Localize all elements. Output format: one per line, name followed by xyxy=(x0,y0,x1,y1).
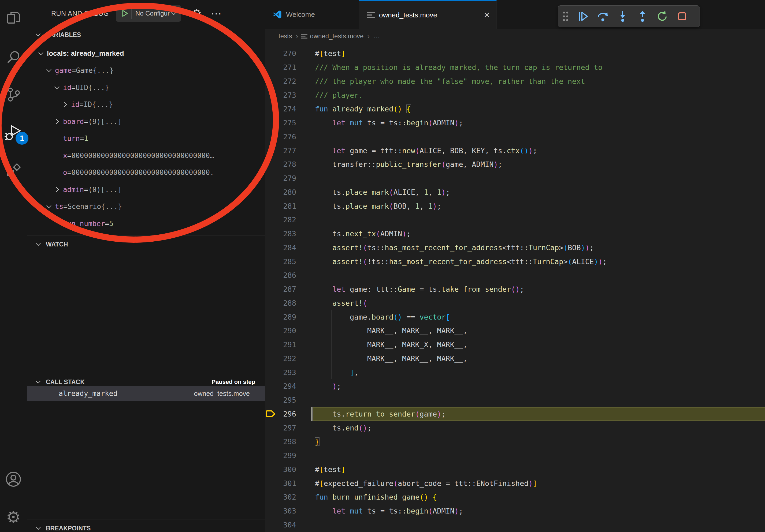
chevron-right-icon[interactable] xyxy=(54,186,60,193)
variables-section-header[interactable]: VARIABLES xyxy=(27,28,265,42)
variable-row[interactable]: id = UID{...} xyxy=(27,79,265,96)
watch-section-header[interactable]: WATCH xyxy=(27,237,265,251)
line-number[interactable]: 304 xyxy=(273,521,296,529)
chevron-down-icon[interactable] xyxy=(46,67,52,74)
line-number[interactable]: 277 xyxy=(273,146,296,155)
line-number[interactable]: 289 xyxy=(273,313,296,321)
line-number[interactable]: 290 xyxy=(273,327,296,335)
line-number[interactable]: 291 xyxy=(273,341,296,349)
line-number[interactable]: 292 xyxy=(273,355,296,363)
chevron-right-icon[interactable] xyxy=(54,119,60,125)
explorer-icon[interactable] xyxy=(0,3,27,32)
chevron-down-icon[interactable] xyxy=(54,84,60,91)
line-number[interactable]: 293 xyxy=(273,368,296,377)
variable-row[interactable]: admin = (0)[...] xyxy=(27,181,265,198)
variable-name: admin xyxy=(63,186,84,194)
line-number[interactable]: 287 xyxy=(273,285,296,293)
line-number[interactable]: 270 xyxy=(273,49,296,58)
line-number[interactable]: 299 xyxy=(273,451,296,460)
vscode-window: 1 ⚙ RUN AND DEBUG No Configur ⚙ ⋯ VARIA xyxy=(0,0,765,532)
section-divider xyxy=(27,235,265,235)
chevron-right-icon[interactable] xyxy=(62,101,68,108)
editor-group: Welcome owned_tests.move ✕ xyxy=(265,0,765,532)
line-number[interactable]: 286 xyxy=(273,271,296,279)
variable-name: game xyxy=(55,67,72,75)
chevron-down-icon[interactable] xyxy=(46,203,52,210)
line-number[interactable]: 275 xyxy=(273,119,296,127)
breakpoints-section-header[interactable]: BREAKPOINTS xyxy=(27,521,265,532)
code-line: 274fun already_marked() { xyxy=(265,102,765,116)
line-number[interactable]: 297 xyxy=(273,424,296,432)
launch-config-dropdown[interactable]: No Configur xyxy=(116,5,181,22)
line-number[interactable]: 271 xyxy=(273,63,296,72)
line-number[interactable]: 300 xyxy=(273,465,296,474)
line-number[interactable]: 295 xyxy=(273,396,296,404)
line-number[interactable]: 276 xyxy=(273,133,296,141)
code-line: 289 game.board() == vector[ xyxy=(265,310,765,324)
line-number[interactable]: 288 xyxy=(273,299,296,307)
line-number[interactable]: 301 xyxy=(273,479,296,487)
line-number[interactable]: 298 xyxy=(273,437,296,446)
variable-row[interactable]: turn = 1 xyxy=(27,130,265,147)
equals: = xyxy=(84,118,88,126)
equals: = xyxy=(71,84,76,92)
variable-row[interactable]: board = (9)[...] xyxy=(27,113,265,130)
line-number[interactable]: 278 xyxy=(273,160,296,168)
toolbar-drag-grip[interactable] xyxy=(558,7,573,26)
extensions-icon[interactable] xyxy=(0,155,27,185)
line-number[interactable]: 282 xyxy=(273,216,296,224)
source-control-icon[interactable] xyxy=(0,80,27,109)
step-into-button[interactable] xyxy=(613,7,633,26)
more-actions-icon[interactable]: ⋯ xyxy=(211,7,222,20)
chevron-down-icon xyxy=(35,32,42,38)
continue-button[interactable] xyxy=(573,7,593,26)
code-text: fun burn_unfinished_game() { xyxy=(315,493,437,501)
variable-name: txn_number xyxy=(63,220,105,228)
stack-frame-row[interactable]: already_marked owned_tests.move xyxy=(27,386,265,401)
code-line: 285 assert!(!ts::has_most_recent_for_add… xyxy=(265,254,765,268)
line-number[interactable]: 273 xyxy=(273,91,296,100)
line-number[interactable]: 274 xyxy=(273,105,296,113)
stop-button[interactable] xyxy=(672,7,692,26)
line-number[interactable]: 294 xyxy=(273,382,296,390)
code-editor[interactable]: 270#[test]271/// When a position is alre… xyxy=(265,0,765,532)
scope-row[interactable]: locals: already_marked xyxy=(27,45,265,62)
start-debug-icon[interactable] xyxy=(121,9,129,17)
code-line: 270#[test] xyxy=(265,47,765,61)
code-line: 292 MARK__, MARK__, MARK__, xyxy=(265,352,765,366)
variable-row[interactable]: txn_number = 5 xyxy=(27,215,265,232)
code-line: 299 xyxy=(265,449,765,463)
line-number[interactable]: 302 xyxy=(273,493,296,501)
line-number[interactable]: 285 xyxy=(273,257,296,266)
variable-value: Game{...} xyxy=(76,67,114,75)
variable-value: 5 xyxy=(109,220,113,228)
step-out-button[interactable] xyxy=(633,7,652,26)
chevron-down-icon[interactable] xyxy=(38,50,44,57)
variable-row[interactable]: id = ID{...} xyxy=(27,96,265,113)
step-over-button[interactable] xyxy=(593,7,613,26)
debug-settings-gear-icon[interactable]: ⚙ xyxy=(192,7,202,20)
variable-row[interactable]: o = 000000000000000000000000000000000. xyxy=(27,164,265,181)
line-number[interactable]: 284 xyxy=(273,243,296,252)
variable-row[interactable]: ts = Scenario{...} xyxy=(27,198,265,215)
line-number[interactable]: 296 xyxy=(273,410,296,418)
settings-gear-icon[interactable]: ⚙ xyxy=(0,502,27,532)
line-number[interactable]: 279 xyxy=(273,174,296,182)
run-and-debug-icon[interactable]: 1 xyxy=(0,118,27,147)
variable-row[interactable]: game = Game{...} xyxy=(27,62,265,79)
line-number[interactable]: 280 xyxy=(273,188,296,196)
code-text: let game = ttt::new(ALICE, BOB, KEY, ts.… xyxy=(315,146,537,155)
account-icon[interactable] xyxy=(0,464,27,494)
code-line: 298} xyxy=(265,435,765,449)
code-line: 284 assert!(ts::has_most_recent_for_addr… xyxy=(265,241,765,255)
restart-button[interactable] xyxy=(652,7,672,26)
code-line: 291 MARK__, MARK_X, MARK__, xyxy=(265,338,765,352)
line-number[interactable]: 272 xyxy=(273,77,296,86)
search-icon[interactable] xyxy=(0,42,27,72)
code-text: #[test] xyxy=(315,465,346,474)
line-number[interactable]: 303 xyxy=(273,507,296,515)
line-number[interactable]: 281 xyxy=(273,202,296,210)
code-line: 295 xyxy=(265,393,765,407)
line-number[interactable]: 283 xyxy=(273,230,296,238)
variable-row[interactable]: x = 000000000000000000000000000000000… xyxy=(27,147,265,164)
